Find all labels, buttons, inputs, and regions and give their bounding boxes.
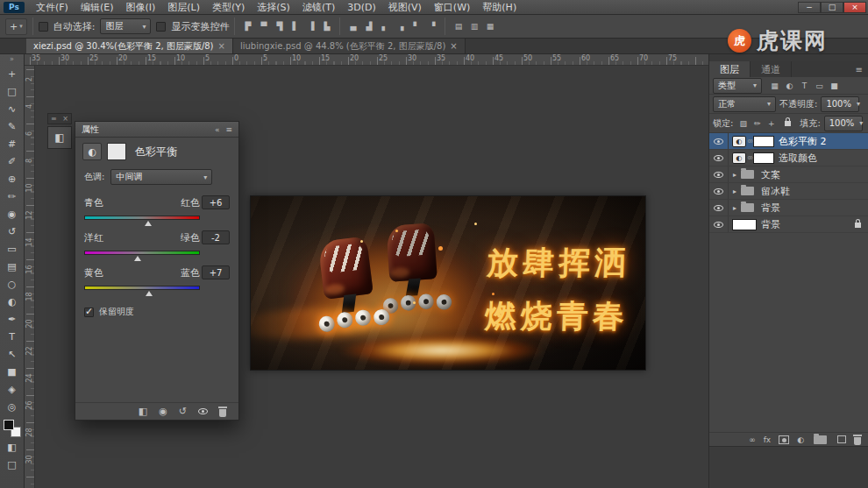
hand-tool[interactable]: ◈ bbox=[2, 380, 23, 398]
menu-item[interactable]: 窗口(W) bbox=[428, 0, 476, 15]
filter-type-dropdown[interactable]: 类型 ▾ bbox=[713, 78, 762, 94]
slider-thumb[interactable] bbox=[134, 256, 141, 261]
reset-icon[interactable]: ↺ bbox=[179, 406, 187, 417]
tab-channels[interactable]: 通道 bbox=[751, 61, 792, 77]
align-right-edges-icon[interactable]: ▙ bbox=[319, 19, 334, 34]
clone-stamp-tool[interactable]: ◉ bbox=[2, 205, 23, 223]
visibility-eye-icon[interactable] bbox=[709, 216, 729, 232]
close-icon[interactable]: × bbox=[62, 115, 68, 123]
foreground-color-swatch[interactable] bbox=[4, 420, 14, 430]
lock-transparency-icon[interactable]: ▨ bbox=[736, 117, 750, 130]
menu-item[interactable]: 图像(I) bbox=[119, 0, 161, 15]
blur-tool[interactable]: ○ bbox=[2, 275, 23, 293]
layer-thumbnail[interactable] bbox=[732, 219, 757, 230]
fill-dropdown[interactable]: 100% ▾ bbox=[824, 116, 863, 131]
history-brush-tool[interactable]: ↺ bbox=[2, 223, 23, 240]
color-swatches[interactable] bbox=[3, 419, 22, 438]
document-tab[interactable]: liubingxie.psd @ 44.8% (色彩平衡 2, 图层蒙版/8) … bbox=[233, 39, 466, 53]
marquee-tool[interactable]: □ bbox=[2, 82, 23, 100]
add-mask-icon[interactable] bbox=[779, 435, 789, 444]
align-vertical-centers-icon[interactable]: ▀ bbox=[256, 19, 271, 34]
layer-row[interactable]: ▸ ◐ 8 选取颜色 bbox=[709, 150, 868, 166]
close-tab-icon[interactable]: × bbox=[450, 41, 457, 51]
gradient-tool[interactable]: ▤ bbox=[2, 258, 23, 275]
expand-group-icon[interactable]: ▸ bbox=[730, 204, 739, 212]
distribute-left-edges-icon[interactable]: ▗ bbox=[393, 19, 408, 34]
menu-item[interactable]: 图层(L) bbox=[161, 0, 206, 15]
slider-value-field[interactable]: +6 bbox=[202, 195, 230, 209]
3d-mode-icon[interactable]: ▥ bbox=[466, 19, 481, 34]
preserve-luminosity-checkbox[interactable] bbox=[84, 308, 94, 317]
delete-layer-icon[interactable] bbox=[854, 437, 861, 445]
slider-thumb[interactable] bbox=[145, 221, 152, 226]
menu-item[interactable]: 选择(S) bbox=[251, 0, 296, 15]
properties-panel-icon[interactable]: ◧ bbox=[47, 126, 72, 149]
move-tool[interactable]: + bbox=[2, 65, 23, 82]
align-horizontal-centers-icon[interactable]: ▐ bbox=[303, 19, 318, 34]
layer-row[interactable]: ▸ ◐ 8 背景 bbox=[709, 216, 868, 233]
link-layers-icon[interactable]: ∞ bbox=[749, 435, 756, 444]
slider-value-field[interactable]: +7 bbox=[202, 265, 230, 279]
tone-dropdown[interactable]: 中间调 ▾ bbox=[110, 169, 212, 185]
adjustment-thumbnail[interactable]: ◐ bbox=[732, 136, 746, 147]
visibility-eye-icon[interactable] bbox=[709, 166, 729, 182]
dodge-tool[interactable]: ◐ bbox=[2, 293, 23, 310]
distribute-right-edges-icon[interactable]: ▝ bbox=[424, 19, 439, 34]
properties-panel-header[interactable]: 属性 « ≡ bbox=[75, 122, 238, 138]
crop-tool[interactable]: # bbox=[2, 135, 23, 152]
zoom-tool[interactable]: ◎ bbox=[2, 398, 23, 415]
slider-value-field[interactable]: -2 bbox=[202, 230, 230, 244]
panel-menu-icon[interactable]: ≡ bbox=[850, 61, 868, 77]
auto-align-layers-icon[interactable]: ▤ bbox=[451, 19, 466, 34]
collapse-panel-icon[interactable]: » bbox=[10, 54, 14, 65]
filter-adjustment-layers-icon[interactable]: ◐ bbox=[783, 79, 796, 92]
auto-select-checkbox[interactable] bbox=[39, 22, 48, 32]
auto-select-target-dropdown[interactable]: 图层 ▾ bbox=[100, 18, 151, 34]
menu-item[interactable]: 3D(D) bbox=[341, 0, 382, 15]
maximize-button[interactable]: □ bbox=[821, 2, 843, 13]
menu-item[interactable]: 文件(F) bbox=[30, 0, 75, 15]
lasso-tool[interactable]: ∿ bbox=[2, 100, 23, 117]
workspace-icon[interactable]: ▦ bbox=[482, 19, 497, 34]
close-tab-icon[interactable]: × bbox=[218, 41, 225, 51]
pen-tool[interactable]: ✒ bbox=[2, 310, 23, 328]
visibility-eye-icon[interactable] bbox=[709, 200, 729, 216]
type-tool[interactable]: T bbox=[2, 328, 23, 345]
new-layer-icon[interactable] bbox=[837, 435, 846, 443]
blend-mode-dropdown[interactable]: 正常 ▾ bbox=[713, 96, 776, 112]
filter-type-layers-icon[interactable]: T bbox=[798, 79, 811, 92]
layer-row[interactable]: ▸ ◐ 8 色彩平衡 2 bbox=[709, 133, 868, 150]
visibility-eye-icon[interactable] bbox=[709, 133, 729, 149]
filter-smart-objects-icon[interactable]: ■ bbox=[828, 79, 841, 92]
eraser-tool[interactable]: ▭ bbox=[2, 240, 23, 258]
path-selection-tool[interactable]: ↖ bbox=[2, 345, 23, 363]
align-left-edges-icon[interactable]: ▌ bbox=[288, 19, 302, 34]
tab-layers[interactable]: 图层 bbox=[709, 61, 751, 77]
align-bottom-edges-icon[interactable]: ▜ bbox=[272, 19, 287, 34]
menu-item[interactable]: 滤镜(T) bbox=[296, 0, 341, 15]
slider-track[interactable] bbox=[84, 286, 200, 290]
clip-to-layer-icon[interactable]: ◧ bbox=[139, 406, 147, 417]
layer-mask-thumbnail[interactable] bbox=[753, 136, 774, 147]
layer-row[interactable]: ▸ ◐ 8 文案 bbox=[709, 166, 868, 183]
menu-item[interactable]: 帮助(H) bbox=[476, 0, 523, 15]
slider-track[interactable] bbox=[84, 216, 200, 220]
menu-item[interactable]: 编辑(E) bbox=[75, 0, 120, 15]
menu-item[interactable]: 类型(Y) bbox=[206, 0, 251, 15]
screen-mode-button[interactable]: □ bbox=[2, 456, 23, 473]
collapse-panel-icon[interactable]: « bbox=[215, 125, 220, 134]
brush-tool[interactable]: ✏ bbox=[2, 187, 23, 205]
distribute-vertical-centers-icon[interactable]: ▟ bbox=[361, 19, 376, 34]
previous-state-icon[interactable]: ◉ bbox=[159, 406, 167, 417]
distribute-top-edges-icon[interactable]: ▄ bbox=[345, 19, 360, 34]
visibility-eye-icon[interactable] bbox=[709, 150, 729, 166]
opacity-dropdown[interactable]: 100% ▾ bbox=[821, 96, 859, 112]
adjustment-thumbnail[interactable]: ◐ bbox=[732, 152, 746, 164]
tool-preset-picker[interactable]: + ▾ bbox=[5, 18, 27, 35]
layer-mask-thumbnail[interactable] bbox=[753, 152, 774, 164]
delete-adjustment-icon[interactable] bbox=[219, 409, 226, 417]
lock-all-icon[interactable] bbox=[781, 117, 794, 130]
new-adjustment-layer-icon[interactable]: ◐ bbox=[797, 435, 804, 444]
quick-mask-button[interactable]: ◧ bbox=[2, 438, 23, 456]
show-transform-checkbox[interactable] bbox=[156, 22, 166, 32]
